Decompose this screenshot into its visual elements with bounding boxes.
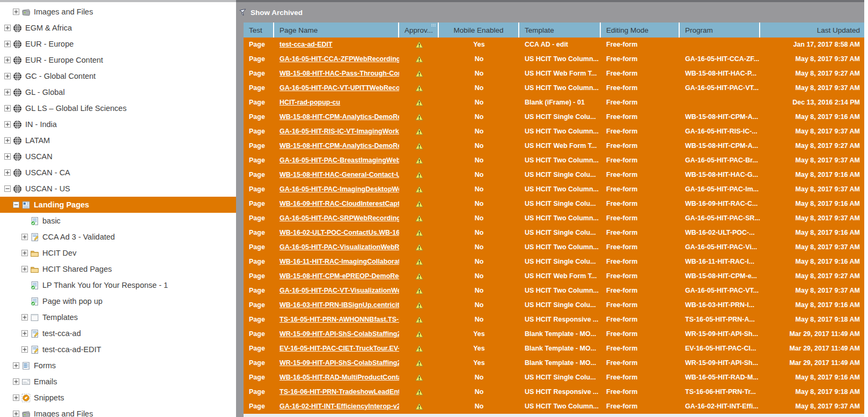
- table-row[interactable]: Page GA-16-05-HIT-PAC-SRPWebRecording. N…: [244, 211, 864, 226]
- expander-icon[interactable]: [13, 9, 19, 15]
- tree-item[interactable]: HCIT Shared Pages: [0, 261, 236, 277]
- page-name-link[interactable]: test-cca-ad-EDIT: [279, 41, 333, 48]
- expander-icon[interactable]: [21, 314, 28, 321]
- tree-item[interactable]: EUR - Europe: [0, 36, 236, 52]
- table-row[interactable]: Page TS-16-06-HIT-PRN-TradeshowLeadEntr …: [244, 385, 864, 399]
- expander-icon[interactable]: [4, 169, 11, 176]
- table-row[interactable]: Page HCIT-rad-popup-cu No Blank (iFrame)…: [244, 95, 864, 110]
- tree-item[interactable]: GL - Global: [0, 84, 236, 100]
- tree-item[interactable]: EGM & Africa: [0, 20, 236, 36]
- column-header-editing-mode[interactable]: Editing Mode: [601, 23, 680, 38]
- column-header-approval[interactable]: Approv...: [399, 23, 439, 38]
- expander-icon[interactable]: [21, 266, 28, 272]
- expander-icon[interactable]: [4, 57, 11, 63]
- tree-item[interactable]: LP Thank You for Your Response - 1: [0, 277, 236, 293]
- table-row[interactable]: Page WB-15-08-HIT-CPM-Analytics-DemoRe N…: [244, 110, 864, 124]
- table-row[interactable]: Page GA-16-05-HIT-PAC-ImagingDesktopWe N…: [244, 182, 864, 197]
- expander-icon[interactable]: [4, 121, 11, 128]
- page-name-link[interactable]: GA-16-05-HIT-PAC-VT-UPITTWebRecor: [279, 84, 399, 92]
- table-row[interactable]: Page WB-16-11-HIT-RAC-ImagingCollaborat …: [244, 255, 864, 269]
- page-name-link[interactable]: HCIT-rad-popup-cu: [279, 99, 340, 106]
- page-name-link[interactable]: GA-16-02-HIT-INT-EfficiencyInterop-v2: [279, 403, 399, 410]
- column-header-template[interactable]: Template: [519, 23, 601, 38]
- tree-item[interactable]: Emails: [0, 374, 236, 390]
- tree-item[interactable]: Forms: [0, 358, 236, 374]
- page-name-link[interactable]: WB-15-08-HIT-CPM-Analytics-DemoRe: [279, 113, 399, 121]
- column-header-program[interactable]: Program: [680, 23, 760, 38]
- tree-item[interactable]: Landing Pages: [0, 197, 236, 213]
- expander-icon[interactable]: [21, 298, 28, 304]
- page-name-link[interactable]: WR-15-09-HIT-API-ShS-ColabStaffing2-: [279, 359, 399, 367]
- page-name-link[interactable]: WB-15-08-HIT-CPM-ePREOP-DemoRec: [279, 272, 399, 280]
- table-row[interactable]: Page test-cca-ad-EDIT Yes CCA AD - edit …: [244, 38, 864, 52]
- page-name-link[interactable]: TS-16-05-HIT-PRN-AWHONNBfast.TS-1: [279, 316, 399, 323]
- expander-icon[interactable]: [21, 218, 28, 224]
- tree-item[interactable]: Images and Files: [0, 406, 236, 417]
- tree-item[interactable]: USCAN - US: [0, 181, 236, 197]
- table-row[interactable]: Page EV-16-05-HIT-PAC-CIET-TruckTour.EV-…: [244, 341, 864, 356]
- table-row[interactable]: Page GA-16-05-HIT-PAC-VT-VisualizationWe…: [244, 284, 864, 298]
- tree-item[interactable]: CCA Ad 3 - Validated: [0, 229, 236, 245]
- table-row[interactable]: Page GA-16-05-HIT-PAC-BreastImagingWeb N…: [244, 153, 864, 168]
- page-name-link[interactable]: WB-15-08-HIT-HAC-Pass-Through-Con: [279, 70, 399, 77]
- tree-item[interactable]: Page with pop up: [0, 293, 236, 309]
- column-header-test[interactable]: Test: [244, 23, 274, 38]
- table-row[interactable]: Page WB-15-08-HIT-CPM-Analytics-DemoRe N…: [244, 139, 864, 153]
- page-name-link[interactable]: GA-16-05-HIT-PAC-VisualizationWebRe: [279, 243, 399, 251]
- tree-item[interactable]: HCIT Dev: [0, 245, 236, 261]
- table-row[interactable]: Page WR-15-09-HIT-API-ShS-ColabStaffing2…: [244, 356, 864, 370]
- tree-item[interactable]: GL LS – Global Life Sciences: [0, 100, 236, 116]
- expander-icon[interactable]: [21, 346, 28, 353]
- tree-item[interactable]: USCAN: [0, 148, 236, 165]
- table-row[interactable]: Page WB-15-08-HIT-CPM-ePREOP-DemoRec No …: [244, 269, 864, 284]
- table-row[interactable]: Page WB-16-02-ULT-POC-ContactUs.WB-16- N…: [244, 226, 864, 240]
- page-name-link[interactable]: WB-16-09-HIT-RAC-CloudInterestCaptu: [279, 200, 399, 207]
- page-name-link[interactable]: WB-16-11-HIT-RAC-ImagingCollaborat: [279, 258, 399, 265]
- tree-item[interactable]: USCAN - CA: [0, 165, 236, 181]
- expander-icon[interactable]: [13, 394, 19, 401]
- expander-icon[interactable]: [4, 73, 11, 79]
- page-name-link[interactable]: EV-16-05-HIT-PAC-CIET-TruckTour.EV-1: [279, 345, 399, 352]
- table-row[interactable]: Page GA-16-02-HIT-INT-EfficiencyInterop-…: [244, 399, 864, 414]
- expander-icon[interactable]: [4, 137, 11, 144]
- expander-icon[interactable]: [13, 411, 19, 417]
- table-row[interactable]: Page TS-16-05-HIT-PRN-AWHONNBfast.TS-1 N…: [244, 312, 864, 327]
- expander-icon[interactable]: [4, 25, 11, 31]
- page-name-link[interactable]: TS-16-06-HIT-PRN-TradeshowLeadEntr: [279, 388, 399, 396]
- show-archived-toggle[interactable]: Show Archived: [251, 9, 303, 17]
- page-name-link[interactable]: GA-16-05-HIT-CCA-ZFPWebRecording.: [279, 55, 399, 63]
- page-name-link[interactable]: WB-15-08-HIT-CPM-Analytics-DemoRe: [279, 142, 399, 150]
- page-name-link[interactable]: WB-16-02-ULT-POC-ContactUs.WB-16-: [279, 229, 399, 236]
- tree-item[interactable]: test-cca-ad-EDIT: [0, 341, 236, 358]
- tree-item[interactable]: LATAM: [0, 132, 236, 148]
- table-row[interactable]: Page GA-16-05-HIT-RIS-IC-VT-ImagingWorkf…: [244, 124, 864, 139]
- page-name-link[interactable]: GA-16-05-HIT-PAC-ImagingDesktopWe: [279, 185, 399, 193]
- expander-icon[interactable]: [21, 234, 28, 240]
- table-row[interactable]: Page WB-16-05-HIT-RAD-MultiProductConta …: [244, 370, 864, 385]
- page-name-link[interactable]: WB-15-08-HIT-HAC-General-Contact-U: [279, 171, 399, 178]
- expander-icon[interactable]: [4, 89, 11, 95]
- tree-item[interactable]: basic: [0, 213, 236, 229]
- tree-item[interactable]: EUR - Europe Content: [0, 52, 236, 68]
- expander-icon[interactable]: [4, 41, 11, 47]
- expander-icon[interactable]: [13, 202, 19, 208]
- expander-icon[interactable]: [21, 282, 28, 288]
- funnel-icon[interactable]: [239, 9, 247, 17]
- page-name-link[interactable]: GA-16-05-HIT-PAC-BreastImagingWeb: [279, 157, 399, 164]
- table-row[interactable]: Page GA-16-05-HIT-PAC-VisualizationWebRe…: [244, 240, 864, 255]
- page-name-link[interactable]: GA-16-05-HIT-PAC-VT-VisualizationWel: [279, 287, 399, 294]
- tree-item[interactable]: test-cca-ad: [0, 325, 236, 341]
- page-name-link[interactable]: WB-16-03-HIT-PRN-IBSignUp.centricity: [279, 301, 399, 309]
- page-name-link[interactable]: GA-16-05-HIT-PAC-SRPWebRecording.: [279, 214, 399, 222]
- expander-icon[interactable]: [4, 105, 11, 111]
- table-row[interactable]: Page GA-16-05-HIT-CCA-ZFPWebRecording. N…: [244, 52, 864, 66]
- page-name-link[interactable]: WB-16-05-HIT-RAD-MultiProductConta: [279, 374, 399, 381]
- column-resize-grip-icon[interactable]: [431, 24, 436, 27]
- tree-item[interactable]: IN - India: [0, 116, 236, 132]
- table-row[interactable]: Page WB-16-03-HIT-PRN-IBSignUp.centricit…: [244, 298, 864, 312]
- column-header-last-updated[interactable]: Last Updated: [760, 23, 864, 38]
- table-row[interactable]: Page WB-15-08-HIT-HAC-Pass-Through-Con N…: [244, 66, 864, 81]
- column-header-page-name[interactable]: Page Name: [274, 23, 399, 38]
- table-row[interactable]: Page WR-15-09-HIT-API-ShS-ColabStaffing2…: [244, 327, 864, 341]
- expander-icon[interactable]: [21, 250, 28, 256]
